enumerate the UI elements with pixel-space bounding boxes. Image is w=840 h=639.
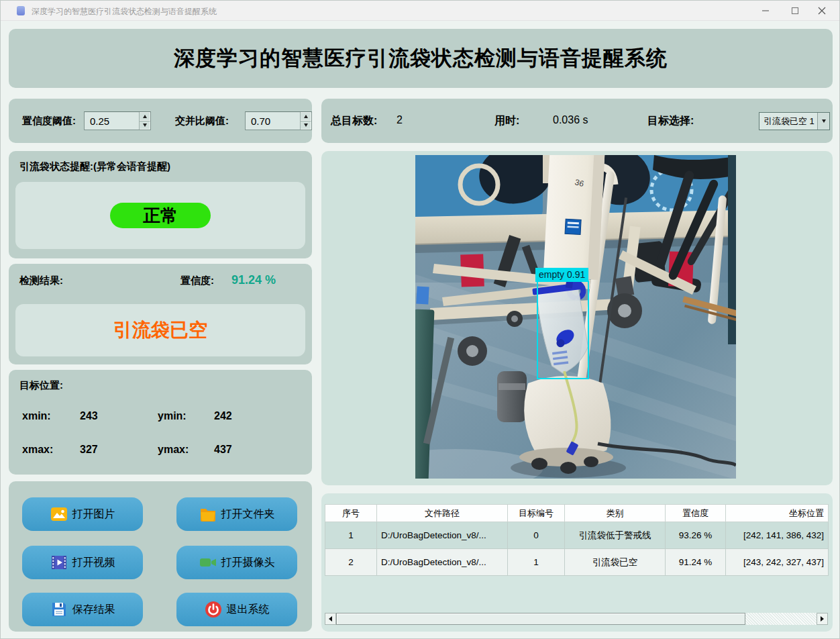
- button-label: 打开摄像头: [221, 556, 275, 570]
- button-label: 打开视频: [72, 556, 115, 570]
- xmin-label: xmin:: [22, 410, 51, 422]
- window-title: 深度学习的智慧医疗引流袋状态检测与语音提醒系统: [32, 6, 217, 17]
- header-panel: 深度学习的智慧医疗引流袋状态检测与语音提醒系统: [9, 29, 833, 88]
- image-icon: [50, 505, 68, 523]
- iou-threshold-input[interactable]: [246, 112, 300, 130]
- time-value: 0.036 s: [553, 114, 588, 126]
- total-targets-label: 总目标数:: [331, 114, 377, 128]
- stats-panel: 总目标数: 2 用时: 0.036 s 目标选择: 引流袋已空 1: [321, 99, 833, 143]
- table-row[interactable]: 2 D:/UroBagDetection_v8/... 1 引流袋已空 91.2…: [325, 549, 829, 576]
- app-icon: [17, 6, 25, 15]
- spin-up-button[interactable]: [140, 112, 150, 121]
- cell-confidence: 91.24 %: [666, 549, 726, 576]
- threshold-panel: 置信度阈值: 交并比阈值:: [9, 99, 312, 143]
- scroll-right-button[interactable]: [817, 613, 828, 625]
- cell-index: 1: [325, 522, 377, 549]
- detection-image: 36: [415, 155, 736, 479]
- spin-up-button[interactable]: [301, 112, 311, 121]
- close-button[interactable]: [807, 1, 837, 21]
- button-label: 退出系统: [227, 603, 270, 617]
- result-label: 检测结果:: [19, 275, 63, 287]
- page-title: 深度学习的智慧医疗引流袋状态检测与语音提醒系统: [174, 44, 668, 72]
- result-value: 引流袋已空: [113, 317, 207, 343]
- xmax-value: 327: [80, 444, 98, 456]
- iou-threshold-spinbox[interactable]: [245, 111, 312, 130]
- maximize-icon: [791, 7, 799, 15]
- cell-path: D:/UroBagDetection_v8/...: [377, 549, 508, 576]
- col-header-target-id: 目标编号: [508, 505, 565, 522]
- cell-coords: [242, 141, 386, 432]: [726, 522, 829, 549]
- spin-down-button[interactable]: [301, 121, 311, 130]
- minimize-button[interactable]: [751, 1, 780, 21]
- cell-target-id: 0: [508, 522, 565, 549]
- cell-path: D:/UroBagDetection_v8/...: [377, 522, 508, 549]
- confidence-value: 91.24 %: [231, 273, 276, 287]
- cell-class: 引流袋已空: [565, 549, 666, 576]
- viewer-panel: 36: [321, 151, 833, 485]
- arrow-down-icon: [143, 124, 147, 127]
- maximize-button[interactable]: [780, 1, 810, 21]
- target-select-label: 目标选择:: [647, 114, 694, 128]
- minimize-icon: [762, 7, 770, 15]
- ymax-label: ymax:: [158, 444, 189, 456]
- result-panel: 检测结果: 置信度: 91.24 % 引流袋已空: [9, 264, 312, 364]
- xmin-value: 243: [80, 410, 98, 422]
- detection-bbox: [537, 281, 589, 379]
- folder-icon: [199, 505, 217, 523]
- spin-buttons: [300, 112, 311, 130]
- cell-target-id: 1: [508, 549, 565, 576]
- exit-system-button[interactable]: 退出系统: [176, 593, 297, 626]
- status-box: 正常: [15, 182, 305, 249]
- status-label: 引流袋状态提醒:(异常会语音提醒): [19, 160, 170, 173]
- confidence-threshold-input[interactable]: [85, 112, 139, 130]
- spin-down-button[interactable]: [140, 121, 150, 130]
- scrollbar-thumb[interactable]: [336, 613, 745, 625]
- arrow-left-icon: [329, 616, 332, 622]
- col-header-index: 序号: [325, 505, 377, 522]
- col-header-confidence: 置信度: [666, 505, 726, 522]
- ymin-value: 242: [214, 410, 232, 422]
- save-icon: [50, 601, 68, 618]
- horizontal-scrollbar[interactable]: [325, 613, 828, 625]
- col-header-coords: 坐标位置: [726, 505, 829, 522]
- video-icon: [50, 554, 68, 571]
- arrow-up-icon: [304, 115, 308, 118]
- open-video-button[interactable]: 打开视频: [22, 546, 143, 579]
- arrow-up-icon: [143, 115, 147, 118]
- cell-confidence: 93.26 %: [666, 522, 726, 549]
- table-header-row: 序号 文件路径 目标编号 类别 置信度 坐标位置: [325, 505, 829, 522]
- ymax-value: 437: [214, 444, 232, 456]
- confidence-threshold-spinbox[interactable]: [84, 111, 151, 130]
- table-row[interactable]: 1 D:/UroBagDetection_v8/... 0 引流袋低于警戒线 9…: [325, 522, 829, 549]
- cell-index: 2: [325, 549, 377, 576]
- arrow-down-icon: [304, 124, 308, 127]
- button-label: 保存结果: [72, 603, 115, 617]
- status-badge: 正常: [110, 203, 211, 228]
- dropdown-button[interactable]: [817, 113, 829, 130]
- target-select-dropdown[interactable]: 引流袋已空 1: [759, 112, 830, 130]
- arrow-right-icon: [821, 616, 824, 622]
- scroll-left-button[interactable]: [325, 613, 336, 625]
- power-icon: [205, 601, 222, 618]
- target-select-value: 引流袋已空 1: [759, 113, 817, 130]
- spin-buttons: [139, 112, 150, 130]
- button-label: 打开文件夹: [221, 507, 275, 522]
- confidence-threshold-label: 置信度阈值:: [22, 115, 76, 128]
- results-table: 序号 文件路径 目标编号 类别 置信度 坐标位置 1 D:/UroBagDete…: [325, 504, 829, 576]
- time-label: 用时:: [494, 114, 519, 128]
- results-table-panel: 序号 文件路径 目标编号 类别 置信度 坐标位置 1 D:/UroBagDete…: [321, 493, 833, 632]
- app-window: 深度学习的智慧医疗引流袋状态检测与语音提醒系统 深度学习的智慧医疗引流袋状态检测…: [0, 0, 840, 639]
- open-folder-button[interactable]: 打开文件夹: [176, 497, 297, 531]
- camera-icon: [199, 554, 217, 571]
- chevron-down-icon: [822, 119, 826, 123]
- iou-threshold-label: 交并比阈值:: [175, 115, 229, 128]
- col-header-path: 文件路径: [377, 505, 508, 522]
- cell-class: 引流袋低于警戒线: [565, 522, 666, 549]
- status-panel: 引流袋状态提醒:(异常会语音提醒) 正常: [9, 151, 312, 258]
- save-results-button[interactable]: 保存结果: [22, 593, 143, 626]
- open-image-button[interactable]: 打开图片: [22, 497, 143, 531]
- confidence-label: 置信度:: [180, 275, 214, 287]
- actions-panel: 打开图片 打开文件夹 打开视频: [9, 481, 312, 632]
- result-box: 引流袋已空: [15, 304, 305, 356]
- open-camera-button[interactable]: 打开摄像头: [176, 546, 297, 579]
